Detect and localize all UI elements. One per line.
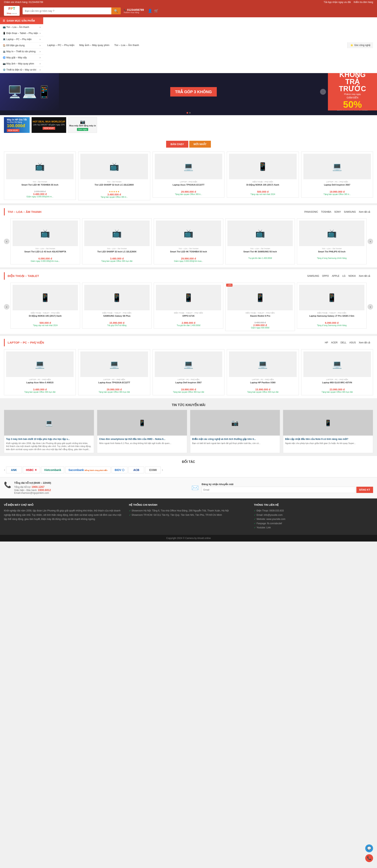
brand-asus[interactable]: ASUS <box>349 341 356 344</box>
news-card-4[interactable]: 📱 Bản cập nhật đầu tiên của Note 9 có tí… <box>283 410 373 453</box>
brand-samsung-phone[interactable]: SAMSUNG <box>307 275 319 277</box>
phone-next-arrow[interactable]: › <box>368 304 373 310</box>
nav-item-tivi[interactable]: 📺 Tivi – Loa – Âm thanh› <box>0 24 43 30</box>
tivi-product-5[interactable]: 📺 TIVI – LOA – ÂM THANH Smart Tivi PHILI… <box>297 218 367 265</box>
laptop-cat-4: LAPTOP – PC – PHỤ KIỆN <box>229 379 297 380</box>
promo-camera-cta[interactable]: Xem ngay <box>77 128 88 131</box>
product-image-2: 📺 <box>80 154 148 179</box>
brand-nokia[interactable]: NOKIA <box>348 275 356 277</box>
laptop-product-1[interactable]: 💻 LAPTOP – PC – PHỤ KIỆN Laptop Acer Nit… <box>4 349 76 395</box>
product-note-3: Tặng bản quyền Office 365 tr... <box>155 193 222 195</box>
brand-sony[interactable]: SONY <box>334 211 341 213</box>
tivi-product-4[interactable]: 📺 TIVI – LOA – ÂM THANH Smart Tivi 4K SA… <box>225 218 295 265</box>
brand-toshiba[interactable]: TOSHIBA <box>321 211 331 213</box>
laptop-product-4[interactable]: 💻 LAPTOP – PC – PHỤ KIỆN Laptop HP Pavil… <box>227 349 299 395</box>
promo-wc-cta[interactable]: XEM NGAY <box>43 127 55 130</box>
phone-section-title: ĐIỆN THOẠI – TABLET <box>8 274 307 278</box>
hero-no-text: KHÔNGTRẢ TRƯỚC <box>331 73 374 92</box>
tab-moinhat[interactable]: MỚI NHẤT <box>189 141 211 148</box>
laptop-view-all[interactable]: Xem tất cả <box>359 341 370 344</box>
nav-item-washer[interactable]: 🌀 Máy giặt – Máy sấy› <box>0 55 43 61</box>
nav-item-appliance[interactable]: 🏠 Đồ điện gia dụng› <box>0 42 43 49</box>
nav-link-laptop[interactable]: Laptop – PC – Phụ kiện <box>47 44 74 46</box>
phone-price-old-4: 3.480.000 đ <box>228 321 293 324</box>
nav-link-tivi[interactable]: Tivi – Loa – Âm thanh <box>114 44 139 46</box>
brand-panasonic[interactable]: PANASONIC <box>304 211 318 213</box>
phone-prev-arrow[interactable]: ‹ <box>4 304 9 310</box>
newsletter-subscribe-button[interactable]: ĐĂNG KÝ <box>356 487 373 493</box>
nav-link-camera[interactable]: Máy ảnh – Máy quay phim <box>79 44 109 46</box>
phone-product-4[interactable]: 📱 ĐIỆN THOẠI – TABLET – PHỤ KIỆN Xiaomi … <box>225 283 295 331</box>
tab-banchay[interactable]: BÁN CHẠY <box>166 141 188 148</box>
cart-icon[interactable]: 🛒 <box>154 9 159 13</box>
partners-prev-arrow[interactable]: ‹ <box>4 468 5 472</box>
partner-ank: ANK <box>6 467 22 473</box>
nav-item-printer[interactable]: 🖨️ Máy In – Thiết bị văn phòng› <box>0 49 43 55</box>
brand-dell[interactable]: DELL <box>341 341 346 344</box>
tivi-product-1[interactable]: 📺 TIVI – LOA – ÂM THANH Smart Tivi LED L… <box>10 218 80 265</box>
partners-next-arrow[interactable]: › <box>162 468 163 472</box>
tivi-next-arrow[interactable]: › <box>368 239 373 244</box>
laptop-price-2: 29.990.000 đ <box>80 388 148 391</box>
nav-item-laptop[interactable]: 💻 Laptop – PC – Phụ kiện› <box>0 36 43 42</box>
tivi-view-all[interactable]: Xem tất cả <box>359 211 370 213</box>
promo-hp-cta[interactable]: XEM NGAY <box>7 129 20 132</box>
partner-hsbc: HSBC ✕ <box>23 467 40 473</box>
footer-columns: VỀ ĐIỆN MÁY CHỢ NHỎ Khởi nghiệp đài năm … <box>4 503 373 530</box>
search-button[interactable]: 🔍 <box>111 7 121 14</box>
tivi-name-1: Smart Tivi LED LG 43 Inch 43LK5700PTA <box>12 250 78 256</box>
brand-hp[interactable]: HP <box>325 341 328 344</box>
product-note-2: Tặng bản quyền Office 365 tr... <box>80 196 148 198</box>
news-card-3[interactable]: 📷 Điểm mặt các công nghệ và tính tích th… <box>190 410 280 453</box>
nav-item-phone[interactable]: 📱 Điện thoại – Tablet – Phụ kiện› <box>0 30 43 36</box>
brand-lg[interactable]: LG <box>342 275 346 277</box>
footer-col-branches: HỆ THỐNG CHI NHÁNH Showroom Hà Nội: Tầng… <box>129 503 248 530</box>
phone-price-3: 2.999.000 đ <box>156 321 221 324</box>
nav-item-camera[interactable]: 📷 Máy ảnh – Máy quay phim› <box>0 61 43 67</box>
header-right: 📞 01234456789 Hotline mua hàng 👤 🛒 <box>124 8 159 13</box>
brand-samsung[interactable]: SAMSUNG <box>344 211 356 213</box>
brand-oppo[interactable]: OPPO <box>322 275 329 277</box>
promo-banner-camera[interactable]: 📷 Mua máy ảnh tặng máy in Xem ngay <box>68 117 97 133</box>
laptop-product-3[interactable]: 💻 LAPTOP – PC – PHỤ KIỆN Laptop Dell Ins… <box>152 349 225 395</box>
tivi-product-3[interactable]: 📺 TIVI – LOA – ÂM THANH Smart Tivi LED 4… <box>154 218 224 265</box>
phone-info: 📞 01234456789 Hotline mua hàng <box>124 8 144 13</box>
product-name-5: Laptop Dell Inspiron 3567 <box>303 183 371 189</box>
laptop-product-5[interactable]: 💻 LAPTOP – PC – PHỤ KIỆN Laptop MSI GL63… <box>301 349 373 395</box>
news-card-2[interactable]: 📱 Chào đón smartphone tại thờ đầu tiên c… <box>97 410 187 453</box>
brand-apple[interactable]: APPLE <box>332 275 340 277</box>
tivi-product-2[interactable]: 📺 TIVI – LOA – ÂM THANH Tivi LED SHARP 3… <box>82 218 152 265</box>
tivi-img-1: 📺 <box>12 220 78 246</box>
search-input[interactable] <box>23 7 111 14</box>
tivi-prev-arrow[interactable]: ‹ <box>4 239 9 244</box>
news-card-1[interactable]: 💻 Top 3 máy tính bán dưới 10 triệu phù h… <box>4 410 94 453</box>
logo[interactable]: FPT Shop.com.vn <box>4 6 20 16</box>
product-note-1: Giảm ngay 3.000.000₫ khi m... <box>6 195 74 198</box>
phone-product-3[interactable]: 📱 ĐIỆN THOẠI – TABLET – PHỤ KIỆN OPPO A7… <box>154 283 224 329</box>
partner-acb: ACB <box>129 467 144 473</box>
brand-acer[interactable]: ACER <box>331 341 338 344</box>
laptop-product-2[interactable]: 💻 LAPTOP – PC – PHỤ KIỆN Laptop Asus TP4… <box>78 349 150 395</box>
dot-2[interactable] <box>189 112 191 114</box>
laptop-img-3: 💻 <box>155 351 222 377</box>
phone-product-2[interactable]: 📱 ĐIỆN THOẠI – TABLET – PHỤ KIỆN SAMSUNG… <box>82 283 152 329</box>
tivi-cat-2: TIVI – LOA – ÂM THANH <box>84 248 149 250</box>
newsletter-email-input[interactable] <box>202 487 355 493</box>
user-icon[interactable]: 👤 <box>148 9 152 13</box>
promo-banner-hp[interactable]: Máy In HP Giá Tốt Vui Đun Hè Sang 100.00… <box>4 117 30 133</box>
order-track-link[interactable]: Kiểm tra đơn hàng <box>354 1 373 3</box>
support-text: Tổng đài hỗ trợ (8h00 – 22h00) Tổng đài … <box>14 482 51 494</box>
promo-banner-worldcup[interactable]: HOT DEAL MUA WORLDCUP Liên hệ 1900267 để… <box>32 117 66 133</box>
nav-item-electronics[interactable]: ⚙️ Thiết bị điện tử – Máy cơ khí› <box>0 67 43 73</box>
footer-about-text: Khởi nghiệp đài năm 2058, tập đoàn Lân P… <box>4 509 123 522</box>
support-insurance-phone: 1900.6812 <box>38 489 51 492</box>
hero-next-arrow[interactable]: › <box>320 89 326 95</box>
tech-badge[interactable]: ⭐ Góc công nghệ <box>347 42 373 48</box>
dot-1[interactable] <box>186 112 188 114</box>
phone-product-1[interactable]: 📱 ĐIỆN THOẠI – TABLET – PHỤ KIỆN Di Động… <box>10 283 80 329</box>
copyright-text: Copyright 2024 © Camera by khoatt.online <box>166 537 211 539</box>
product-price-3: 29.990.000 đ <box>155 190 222 193</box>
app-download-link[interactable]: Tải App nhận ngay ưu đãi <box>323 1 351 3</box>
phone-product-5[interactable]: 📱 ĐIỆN THOẠI – TABLET – PHỤ KIỆN Laptop … <box>297 283 367 329</box>
phone-view-all[interactable]: Xem tất cả <box>359 275 370 277</box>
